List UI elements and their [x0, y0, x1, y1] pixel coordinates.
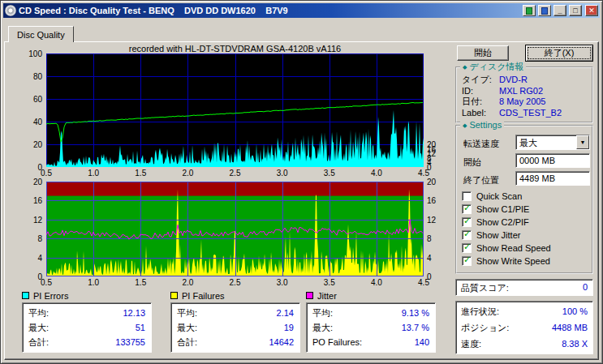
checkbox-show-read-speed[interactable]: ✓Show Read Speed [462, 242, 588, 255]
checkbox-box[interactable]: ✓ [462, 243, 472, 253]
status-label: 速度: [461, 336, 481, 352]
y-axis-tick-label-right: 20 [427, 178, 446, 186]
green-glyph-icon [526, 7, 532, 15]
titlebar[interactable]: CD Speed : Disc Quality Test - BENQ DVD … [3, 3, 600, 18]
x-axis-tick-label: 2.5 [223, 169, 248, 178]
check-icon: ✓ [463, 216, 471, 226]
stat-value: 9.13 % [402, 306, 429, 320]
blue-glyph-icon [541, 7, 548, 15]
disc-info-row: Label:CDS_TEST_B2 [457, 108, 592, 119]
exit-button[interactable]: 終了(X) [525, 45, 593, 62]
check-icon: ✓ [463, 242, 471, 252]
y-axis-tick-label: 100 [17, 50, 42, 58]
stat-label: 最大: [28, 320, 49, 335]
legend-group-jitter: Jitter平均:9.13 %最大:13.7 %PO Failures:140 [306, 290, 436, 353]
tab-disc-quality[interactable]: Disc Quality [8, 26, 74, 42]
pif-jitter-bottom-plot [46, 182, 424, 276]
disc-info-label: タイプ: [462, 75, 499, 86]
x-axis-tick-label: 4.5 [411, 279, 436, 287]
x-axis-tick-label: 3.5 [317, 169, 342, 178]
transfer-speed-select[interactable]: 最大 ▼ [515, 135, 590, 150]
stat-row: 平均:2.14 [177, 306, 294, 320]
checkbox-label: Show Read Speed [476, 243, 551, 253]
checkbox-show-write-speed[interactable]: ✓Show Write Speed [462, 255, 588, 268]
disc-info-row: 日付:8 May 2005 [457, 96, 592, 108]
x-axis-tick-label: 2.5 [223, 279, 248, 287]
pi-failures-jitter-chart: 2016128402016128400.51.01.52.02.53.03.54… [17, 178, 447, 292]
stat-label: 合計: [177, 335, 197, 349]
quality-score-panel: 品質スコア: 0 [455, 279, 593, 296]
status-panel: 進行状況:100 %ポジション:4488 MB速度:8.38 X [455, 301, 593, 354]
y-axis-tick-label: 40 [17, 118, 42, 126]
checkbox-box[interactable]: ✓ [462, 204, 472, 214]
group-marker-icon: ◆ [463, 62, 467, 72]
maximize-button[interactable]: □ [569, 5, 582, 16]
checkbox-label: Show Write Speed [476, 256, 550, 266]
x-axis-tick-label: 1.0 [81, 169, 106, 178]
stat-value: 14642 [269, 335, 294, 349]
checkbox-box[interactable]: ✓ [462, 217, 472, 227]
stat-row: 最大:51 [28, 320, 145, 335]
legend-header: PI Failures [170, 290, 300, 301]
checkbox-box[interactable]: ✓ [462, 256, 472, 266]
disc-quality-page: recorded with HL-DT-STDVDRAM GSA-4120B v… [4, 41, 599, 360]
start-button[interactable]: 開始 [457, 45, 509, 61]
group-marker-icon: ◆ [463, 120, 467, 131]
y-axis-tick-label-right: 12 [427, 216, 446, 225]
checkbox-show-c1-pie[interactable]: ✓Show C1/PIE [462, 203, 588, 216]
stat-label: 平均: [177, 306, 197, 320]
checkbox-show-c2-pif[interactable]: ✓Show C2/PIF [462, 216, 588, 229]
disc-info-row: ID:MXL RG02 [457, 86, 592, 97]
stat-label: 最大: [177, 320, 197, 335]
checkbox-label: Show C1/PIE [476, 204, 529, 214]
checkbox-box[interactable] [462, 191, 472, 201]
status-value: 4488 MB [552, 319, 588, 336]
legend-header: PI Errors [22, 290, 152, 301]
disc-info-label: 日付: [462, 96, 499, 108]
end-position-field[interactable]: 4489 MB [515, 171, 590, 186]
legend-title: Jitter [317, 291, 337, 301]
status-rows: 進行状況:100 %ポジション:4488 MB速度:8.38 X [461, 303, 588, 352]
stat-value: 51 [136, 320, 145, 335]
x-axis-tick-label: 4.0 [364, 169, 389, 178]
pi-failures-swatch-icon [170, 292, 178, 299]
checkbox-quick-scan[interactable]: Quick Scan [462, 190, 588, 203]
pi-errors-series [46, 110, 424, 167]
chevron-down-icon[interactable]: ▼ [576, 135, 589, 149]
minimize-button[interactable]: _ [553, 5, 566, 16]
legend-title: PI Failures [182, 291, 225, 301]
legend-header: Jitter [306, 290, 436, 301]
disc-info-group-title: ◆ ディスク情報 [460, 62, 526, 72]
y-axis-tick-label: 12 [17, 216, 42, 225]
status-label: ポジション: [461, 319, 509, 336]
disc-info-label: Label: [462, 108, 499, 119]
disc-info-value: MXL RG02 [499, 86, 543, 97]
status-label: 進行状況: [461, 303, 499, 319]
titlebar-icon-blue[interactable] [538, 5, 551, 16]
close-button[interactable]: ✕ [585, 5, 598, 16]
stat-value: 140 [415, 335, 429, 349]
app-cd-icon [5, 5, 16, 16]
x-axis-tick-label: 3.0 [270, 279, 295, 287]
legend-stats-box: 平均:9.13 %最大:13.7 %PO Failures:140 [306, 302, 436, 353]
checkbox-show-jitter[interactable]: ✓Show Jitter [462, 229, 588, 242]
stat-label: PO Failures: [312, 335, 362, 349]
legend-group-pi-errors: PI Errors平均:12.13最大:51合計:133755 [22, 290, 152, 353]
y-axis-tick-label: 60 [17, 96, 42, 104]
titlebar-icon-green[interactable] [523, 5, 536, 16]
y-axis-tick-label: 80 [17, 73, 42, 81]
checkbox-list: Quick Scan✓Show C1/PIE✓Show C2/PIF✓Show … [462, 190, 588, 268]
stat-label: 平均: [312, 306, 333, 320]
stat-row: PO Failures:140 [312, 335, 429, 349]
x-axis-tick-label: 4.5 [411, 169, 436, 178]
tab-strip: Disc Quality [8, 26, 74, 42]
status-value: 100 % [562, 303, 588, 319]
pi-errors-swatch-icon [22, 292, 29, 299]
x-axis-tick-label: 3.0 [270, 169, 295, 178]
settings-group-title: ◆ Settings [460, 120, 504, 131]
checkbox-box[interactable]: ✓ [462, 230, 472, 240]
stat-value: 13.7 % [402, 320, 429, 335]
stat-value: 2.14 [277, 306, 294, 320]
y-axis-tick-label: 16 [17, 197, 42, 205]
start-position-field[interactable]: 0000 MB [515, 153, 590, 168]
